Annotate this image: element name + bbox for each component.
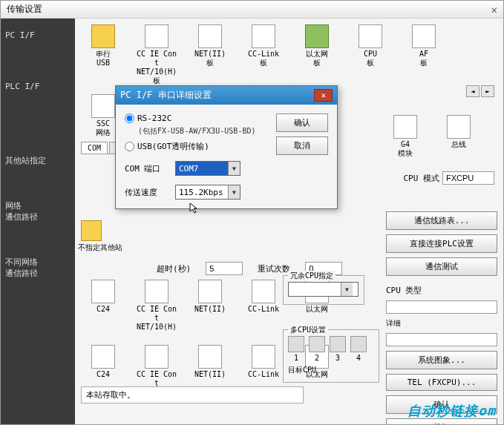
sidebar-item-diffnet[interactable]: 不同网络 通信路径: [1, 251, 75, 285]
cpu-mode-row: CPU 模式: [404, 171, 495, 185]
radio-usb[interactable]: USB(GOT透明传输): [125, 141, 269, 152]
status-bar: 本站存取中。: [81, 386, 304, 403]
dialog-ok-button[interactable]: 确认: [276, 113, 328, 132]
sidebar-item-other[interactable]: 其他站指定: [1, 149, 75, 172]
device-item[interactable]: CC-Link: [241, 280, 286, 332]
dialog-title-text: PC I/F 串口详细设置: [120, 89, 212, 102]
device-label: CC IE Cont NET/10(H)板: [134, 50, 179, 85]
window-title: 传输设置: [7, 3, 42, 16]
com-port-row: COM 端口 COM7 ▼: [125, 161, 269, 176]
detail-label: 详细: [386, 318, 497, 329]
device-item[interactable]: 以太网 板: [295, 24, 339, 85]
device-icon: [447, 115, 471, 139]
device-icon: [91, 94, 115, 118]
sidebar-item-network[interactable]: 网络 通信路径: [1, 194, 75, 228]
cputype-label: CPU 类型: [386, 285, 497, 296]
dialog-close-icon[interactable]: ✕: [314, 89, 333, 102]
device-icon: [198, 345, 222, 369]
dialog-right: 确认 取消: [276, 113, 328, 200]
sidebar: PC I/F PLC I/F 其他站指定 网络 通信路径 不同网络 通信路径: [1, 19, 75, 424]
device-item[interactable]: NET(II): [188, 280, 232, 332]
device-icon: [252, 280, 275, 303]
cpu-slot-4[interactable]: [350, 336, 367, 352]
com-port-combo[interactable]: COM7 ▼: [175, 161, 240, 176]
device-item[interactable]: C24: [81, 280, 125, 332]
timeout-label: 超时(秒): [157, 263, 191, 274]
device-icon: [198, 24, 222, 48]
com-port-value: COM7: [176, 164, 228, 174]
tel-button[interactable]: TEL (FXCPU)...: [386, 374, 497, 391]
speed-combo[interactable]: 115.2Kbps ▼: [175, 185, 240, 200]
device-item[interactable]: NET(II) 板: [188, 24, 232, 85]
device-label: CC-Link: [248, 370, 279, 379]
speed-label: 传送速度: [125, 187, 169, 198]
cpu-slots: [288, 336, 374, 352]
direct-button[interactable]: 直接连接PLC设置: [386, 234, 497, 253]
scroll-right-icon[interactable]: ►: [481, 85, 494, 97]
route-button[interactable]: 通信线路表...: [386, 211, 497, 230]
dialog-left: RS-232C (包括FX-USB-AW/FX3U-USB-BD) USB(GO…: [125, 113, 269, 200]
sidebar-item-pcif[interactable]: PC I/F: [1, 24, 75, 46]
device-icon: [252, 24, 275, 48]
device-label: AF 板: [419, 50, 428, 67]
device-icon: [305, 24, 329, 48]
device-icon: [145, 24, 168, 48]
device-label: NET(II): [194, 370, 226, 379]
speed-row: 传送速度 115.2Kbps ▼: [125, 185, 269, 200]
sidebar-item-plcif[interactable]: PLC I/F: [1, 76, 75, 97]
radio-usb-input[interactable]: [125, 142, 134, 151]
device-label: 以太网: [306, 305, 328, 314]
redundant-cpu-group: 冗余CPU指定 ▼: [283, 275, 364, 305]
cpu-slot-3[interactable]: [330, 336, 346, 352]
watermark: 自动秒链接om: [408, 402, 496, 420]
dialog-titlebar: PC I/F 串口详细设置 ✕: [116, 86, 337, 105]
plcif-row: G4 模块总线: [383, 115, 481, 158]
device-item[interactable]: CC IE Cont NET/10(H): [134, 280, 179, 332]
device-icon: [145, 345, 168, 369]
device-item[interactable]: AF 板: [402, 24, 446, 85]
device-item[interactable]: CPU 板: [348, 24, 393, 85]
cpu-mode-field[interactable]: [442, 171, 494, 185]
cpu-mode-label: CPU 模式: [404, 173, 440, 184]
cpu-slot-2[interactable]: [309, 336, 325, 352]
device-icon: [91, 280, 115, 303]
device-item[interactable]: CC-Link 板: [241, 24, 286, 85]
cputype-field[interactable]: [386, 300, 497, 314]
device-label: CC-Link 板: [248, 50, 279, 67]
device-label: G4 模块: [398, 140, 413, 158]
device-icon: [198, 280, 222, 303]
timeout-field[interactable]: [206, 262, 243, 275]
device-icon: [252, 345, 275, 369]
retry-label: 重试次数: [258, 263, 290, 274]
chevron-down-icon: ▼: [228, 162, 240, 175]
detail-field[interactable]: [386, 333, 497, 346]
device-item[interactable]: 串行 USB: [81, 24, 125, 85]
device-item[interactable]: CC IE Cont NET/10(H)板: [134, 24, 179, 85]
device-item[interactable]: G4 模块: [383, 115, 428, 158]
device-label: 串行 USB: [96, 50, 111, 67]
device-label: NET(II) 板: [194, 50, 226, 67]
device-icon: [91, 345, 115, 369]
tab-com[interactable]: COM: [81, 142, 108, 154]
device-label: SSC 网络: [96, 119, 111, 137]
com-port-label: COM 端口: [125, 163, 169, 174]
device-icon: [91, 24, 115, 48]
main-window: 传输设置 ✕ PC I/F PLC I/F 其他站指定 网络 通信路径 不同网络…: [0, 0, 504, 425]
sysimg-button[interactable]: 系统图象...: [386, 351, 497, 369]
radio-rs232-input[interactable]: [125, 113, 134, 123]
title-bar: 传输设置 ✕: [1, 1, 503, 19]
cpu-slot-1[interactable]: [288, 336, 304, 352]
device-icon: [412, 24, 436, 48]
scroll-left-icon[interactable]: ◄: [466, 85, 480, 97]
radio-rs232-label: RS-232C: [137, 113, 171, 123]
radio-rs232[interactable]: RS-232C: [125, 113, 269, 123]
device-item[interactable]: 总线: [436, 115, 481, 158]
test-button[interactable]: 通信测试: [386, 257, 497, 276]
serial-detail-dialog: PC I/F 串口详细设置 ✕ RS-232C (包括FX-USB-AW/FX3…: [115, 85, 338, 209]
device-icon: [359, 24, 382, 48]
dialog-cancel-button[interactable]: 取消: [276, 136, 328, 155]
close-icon[interactable]: ✕: [491, 4, 497, 16]
redundant-title: 冗余CPU指定: [288, 271, 336, 281]
device-label: 以太网 板: [306, 50, 328, 67]
redundant-combo[interactable]: ▼: [288, 282, 359, 297]
